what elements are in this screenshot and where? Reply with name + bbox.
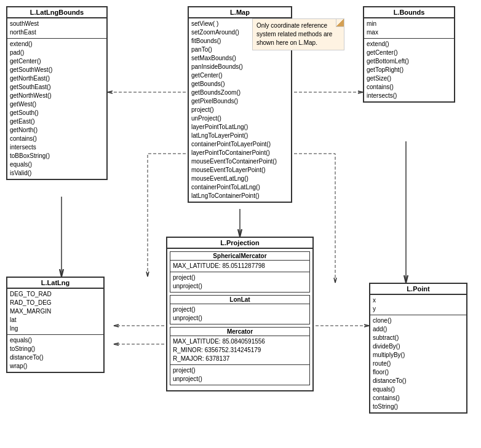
lpoint-properties: x y [370, 295, 466, 315]
lonlat-methods: project() unproject() [170, 304, 309, 324]
latlng-methods: equals() toString() distanceTo() wrap() [7, 335, 103, 372]
mercator-title: Mercator [170, 328, 309, 336]
latlngbounds-box: L.LatLngBounds southWest northEast exten… [6, 6, 108, 180]
projection-title: L.Projection [167, 238, 312, 249]
mercator-box: Mercator MAX_LATITUDE: 85.0840591556 R_M… [170, 327, 310, 385]
lmap-title: L.Map [189, 7, 291, 18]
uml-diagram: L.LatLngBounds southWest northEast exten… [0, 0, 481, 448]
spherical-mercator-methods: project() unproject() [170, 272, 309, 292]
lonlat-title: LonLat [170, 296, 309, 304]
note-box: Only coordinate reference system related… [252, 18, 344, 50]
note-text: Only coordinate reference system related… [256, 22, 332, 46]
spherical-mercator-box: SphericalMercator MAX_LATITUDE: 85.05112… [170, 251, 310, 293]
lonlat-box: LonLat project() unproject() [170, 295, 310, 324]
lbounds-box: L.Bounds min max extend() getCenter() ge… [363, 6, 455, 103]
latlngbounds-title: L.LatLngBounds [7, 7, 106, 18]
spherical-mercator-constants: MAX_LATITUDE: 85.0511287798 [170, 261, 309, 272]
mercator-methods: project() unproject() [170, 365, 309, 385]
latlng-box: L.LatLng DEG_TO_RAD RAD_TO_DEG MAX_MARGI… [6, 277, 105, 373]
latlngbounds-properties: southWest northEast [7, 18, 106, 39]
latlng-properties: DEG_TO_RAD RAD_TO_DEG MAX_MARGIN lat lng [7, 289, 103, 335]
projection-box: L.Projection SphericalMercator MAX_LATIT… [166, 237, 314, 391]
latlngbounds-methods: extend() pad() getCenter() getSouthWest(… [7, 39, 106, 179]
lbounds-methods: extend() getCenter() getBottomLeft() get… [364, 39, 454, 101]
latlng-title: L.LatLng [7, 278, 103, 289]
lpoint-box: L.Point x y clone() add() subtract() div… [369, 283, 467, 414]
lbounds-title: L.Bounds [364, 7, 454, 18]
mercator-constants: MAX_LATITUDE: 85.0840591556 R_MINOR: 635… [170, 336, 309, 365]
lpoint-title: L.Point [370, 284, 466, 295]
spherical-mercator-title: SphericalMercator [170, 252, 309, 261]
lbounds-properties: min max [364, 18, 454, 39]
lpoint-methods: clone() add() subtract() divideBy() mult… [370, 315, 466, 412]
